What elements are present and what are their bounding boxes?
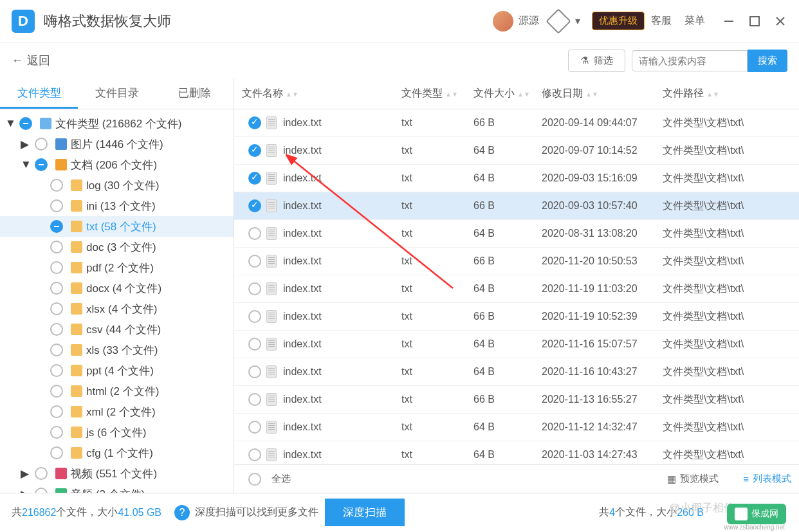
twisty-icon[interactable]: ▶ xyxy=(21,467,31,481)
minimize-icon[interactable] xyxy=(722,14,736,28)
tree-node[interactable]: ppt (4 个文件) xyxy=(0,360,234,381)
node-radio[interactable] xyxy=(35,158,48,171)
table-row[interactable]: index.txttxt64 B2020-08-31 13:08:20文件类型\… xyxy=(234,220,799,248)
twisty-icon[interactable]: ▼ xyxy=(5,117,15,130)
tab-2[interactable]: 已删除 xyxy=(156,78,234,109)
tab-1[interactable]: 文件目录 xyxy=(78,78,156,109)
table-row[interactable]: index.txttxt64 B2020-11-12 14:32:47文件类型\… xyxy=(234,414,799,441)
row-checkbox[interactable] xyxy=(248,393,261,406)
tree-node[interactable]: xlsx (4 个文件) xyxy=(0,298,234,319)
table-row[interactable]: index.txttxt66 B2020-11-20 10:50:53文件类型\… xyxy=(234,248,799,275)
col-header[interactable]: 文件路径▲▼ xyxy=(663,87,799,100)
username[interactable]: 源源 xyxy=(519,14,539,28)
help-icon[interactable]: ? xyxy=(174,505,190,520)
node-radio[interactable] xyxy=(50,261,63,274)
col-header[interactable]: 文件名称▲▼ xyxy=(234,87,401,100)
service-link[interactable]: 客服 xyxy=(651,14,672,28)
node-radio[interactable] xyxy=(50,179,63,192)
table-row[interactable]: index.txttxt64 B2020-09-03 15:16:09文件类型\… xyxy=(234,165,799,192)
maximize-icon[interactable] xyxy=(748,14,762,28)
table-row[interactable]: index.txttxt64 B2020-11-16 15:07:57文件类型\… xyxy=(234,331,799,358)
node-radio[interactable] xyxy=(50,344,63,356)
row-checkbox[interactable] xyxy=(248,448,261,461)
node-radio[interactable] xyxy=(50,426,63,439)
file-size: 66 B xyxy=(473,311,542,322)
row-checkbox[interactable] xyxy=(248,421,261,434)
table-row[interactable]: index.txttxt64 B2020-11-03 14:27:43文件类型\… xyxy=(234,441,799,464)
row-checkbox[interactable] xyxy=(248,255,261,268)
node-radio[interactable] xyxy=(35,467,48,480)
tree-node[interactable]: ini (13 个文件) xyxy=(0,196,234,216)
col-header[interactable]: 修改日期▲▼ xyxy=(542,87,663,100)
preview-mode-button[interactable]: ▦预览模式 xyxy=(667,473,719,485)
row-checkbox[interactable] xyxy=(248,172,261,185)
tree-node[interactable]: docx (4 个文件) xyxy=(0,278,234,298)
filter-button[interactable]: ⚗ 筛选 xyxy=(568,50,625,72)
node-radio[interactable] xyxy=(50,385,63,398)
table-row[interactable]: index.txttxt64 B2020-09-07 10:14:52文件类型\… xyxy=(234,137,799,165)
node-radio[interactable] xyxy=(50,302,63,315)
dropdown-icon[interactable]: ▾ xyxy=(575,15,580,27)
tree-node[interactable]: csv (44 个文件) xyxy=(0,319,234,340)
row-checkbox[interactable] xyxy=(248,282,261,295)
table-row[interactable]: index.txttxt66 B2020-09-14 09:44:07文件类型\… xyxy=(234,109,799,137)
table-row[interactable]: index.txttxt64 B2020-11-19 11:03:20文件类型\… xyxy=(234,275,799,303)
node-radio[interactable] xyxy=(50,220,63,233)
close-icon[interactable] xyxy=(773,14,787,28)
select-all-checkbox[interactable] xyxy=(248,473,261,486)
tree-node[interactable]: doc (3 个文件) xyxy=(0,237,234,257)
row-checkbox[interactable] xyxy=(248,116,261,129)
table-row[interactable]: index.txttxt66 B2020-11-13 16:55:27文件类型\… xyxy=(234,386,799,414)
tree-node[interactable]: ▶视频 (551 个文件) xyxy=(0,463,234,484)
twisty-icon[interactable]: ▶ xyxy=(21,488,31,493)
node-radio[interactable] xyxy=(50,364,63,377)
node-radio[interactable] xyxy=(50,446,63,459)
node-radio[interactable] xyxy=(19,117,32,130)
table-row[interactable]: index.txttxt66 B2020-11-19 10:52:39文件类型\… xyxy=(234,303,799,331)
node-radio[interactable] xyxy=(35,138,48,151)
deep-scan-button[interactable]: 深度扫描 xyxy=(325,499,405,526)
file-path: 文件类型\文档\txt\ xyxy=(663,227,799,241)
tree-node[interactable]: ▼文档 (206 个文件) xyxy=(0,154,234,175)
row-checkbox[interactable] xyxy=(248,365,261,378)
node-radio[interactable] xyxy=(50,405,63,418)
search-button[interactable]: 搜索 xyxy=(748,50,787,72)
tree-node[interactable]: ▶图片 (1446 个文件) xyxy=(0,134,234,154)
tree-node[interactable]: txt (58 个文件) xyxy=(0,216,234,237)
node-radio[interactable] xyxy=(50,199,63,212)
tree-node[interactable]: log (30 个文件) xyxy=(0,175,234,196)
diamond-icon[interactable] xyxy=(546,8,571,34)
node-radio[interactable] xyxy=(50,241,63,253)
node-radio[interactable] xyxy=(50,282,63,295)
file-size: 64 B xyxy=(473,338,542,350)
avatar[interactable] xyxy=(493,11,513,32)
table-row[interactable]: index.txttxt66 B2020-09-03 10:57:40文件类型\… xyxy=(234,192,799,220)
row-checkbox[interactable] xyxy=(248,227,261,240)
tab-0[interactable]: 文件类型 xyxy=(0,78,78,109)
col-header[interactable]: 文件大小▲▼ xyxy=(473,87,542,100)
back-button[interactable]: ← 返回 xyxy=(12,53,50,68)
tree-node[interactable]: ▼文件类型 (216862 个文件) xyxy=(0,113,234,134)
table-row[interactable]: index.txttxt64 B2020-11-16 10:43:27文件类型\… xyxy=(234,358,799,386)
tree-node[interactable]: xls (33 个文件) xyxy=(0,340,234,360)
row-checkbox[interactable] xyxy=(248,144,261,157)
tree-node[interactable]: js (6 个文件) xyxy=(0,422,234,443)
tree-node[interactable]: html (2 个文件) xyxy=(0,381,234,401)
tree-node[interactable]: cfg (1 个文件) xyxy=(0,443,234,463)
search-input[interactable] xyxy=(632,50,748,71)
node-radio[interactable] xyxy=(50,323,63,336)
row-checkbox[interactable] xyxy=(248,199,261,212)
col-header[interactable]: 文件类型▲▼ xyxy=(401,87,473,100)
tree-node[interactable]: ▶音频 (2 个文件) xyxy=(0,484,234,493)
list-mode-button[interactable]: ≡列表模式 xyxy=(743,473,791,485)
node-radio[interactable] xyxy=(35,488,48,493)
tree-node[interactable]: xml (2 个文件) xyxy=(0,401,234,422)
upgrade-button[interactable]: 优惠升级 xyxy=(592,12,645,30)
select-all-label[interactable]: 全选 xyxy=(271,473,291,485)
tree-node[interactable]: pdf (2 个文件) xyxy=(0,257,234,278)
row-checkbox[interactable] xyxy=(248,338,261,351)
menu-link[interactable]: 菜单 xyxy=(684,14,705,28)
twisty-icon[interactable]: ▼ xyxy=(21,158,31,171)
row-checkbox[interactable] xyxy=(248,310,261,323)
twisty-icon[interactable]: ▶ xyxy=(21,138,31,151)
